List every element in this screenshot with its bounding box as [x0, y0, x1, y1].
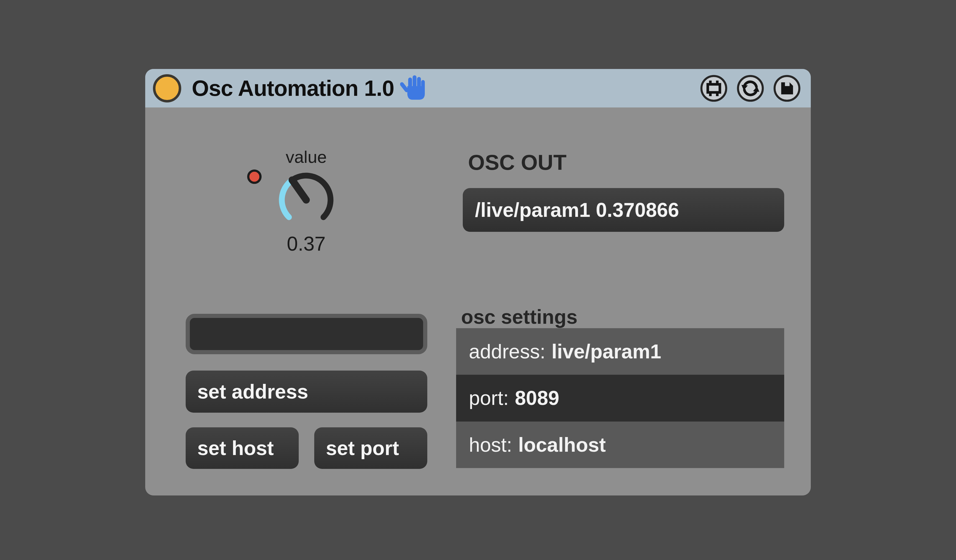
settings-address-value: live/param1	[552, 340, 661, 363]
settings-row-port: port: 8089	[456, 375, 784, 421]
sync-icon	[736, 74, 765, 103]
settings-row-address: address: live/param1	[456, 328, 784, 375]
value-dial[interactable]	[269, 163, 344, 237]
reload-button[interactable]	[736, 74, 765, 103]
address-input[interactable]	[186, 314, 427, 354]
frame-icon	[700, 74, 728, 103]
set-port-button[interactable]: set port	[314, 427, 427, 469]
set-host-button[interactable]: set host	[186, 427, 299, 469]
osc-out-heading: OSC OUT	[468, 150, 566, 175]
settings-row-host: host: localhost	[456, 422, 784, 468]
osc-settings-panel: address: live/param1 port: 8089 host: lo…	[456, 328, 784, 468]
titlebar-buttons	[700, 74, 801, 103]
settings-port-value: 8089	[515, 387, 559, 409]
osc-out-message-box[interactable]: /live/param1 0.370866	[463, 188, 784, 232]
set-address-button[interactable]: set address	[186, 370, 427, 413]
settings-address-label: address:	[469, 340, 545, 363]
settings-port-label: port:	[469, 387, 509, 409]
dial-value-readout: 0.37	[251, 232, 362, 255]
save-button[interactable]	[772, 74, 801, 103]
presentation-mode-button[interactable]	[700, 74, 728, 103]
hand-icon	[400, 74, 428, 102]
osc-settings-heading: osc settings	[461, 306, 577, 328]
device-window: Osc Automation 1.0	[145, 69, 811, 496]
device-activator-led[interactable]	[153, 74, 181, 102]
led-indicator[interactable]	[247, 169, 262, 184]
settings-host-label: host:	[469, 433, 512, 456]
window-title: Osc Automation 1.0	[192, 75, 394, 101]
floppy-icon	[772, 74, 801, 103]
settings-host-value: localhost	[518, 433, 606, 456]
titlebar[interactable]: Osc Automation 1.0	[145, 69, 811, 107]
